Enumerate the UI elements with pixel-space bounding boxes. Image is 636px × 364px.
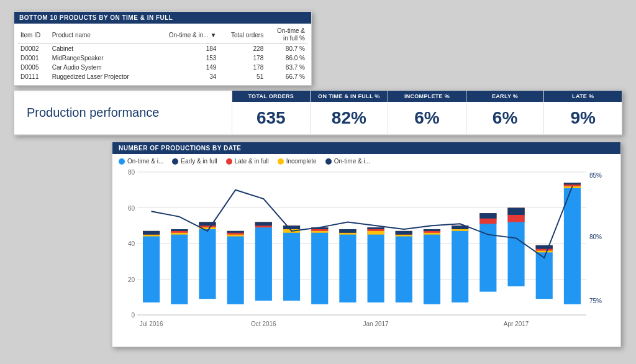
cell-total: 51 [219,72,266,81]
svg-rect-29 [255,222,272,301]
svg-text:Jan 2017: Jan 2017 [363,321,389,327]
svg-rect-13 [143,231,160,303]
cell-id: D0002 [18,44,50,54]
metric-block: LATE % 9% [543,91,622,134]
svg-rect-52 [396,231,412,235]
svg-rect-72 [536,245,553,249]
metric-block: INCOMPLETE % 6% [388,91,466,134]
cell-id: D0001 [18,53,50,63]
svg-rect-37 [311,227,328,304]
metric-value: 82% [311,102,388,134]
svg-rect-33 [283,225,300,301]
svg-text:80%: 80% [589,234,602,240]
svg-text:40: 40 [128,240,135,247]
chart-header: NUMBER OF PRODUCTIONS BY DATE [112,142,620,154]
metric-label: EARLY % [466,91,544,102]
top-table-header: BOTTOM 10 PRODUCTS BY ON TIME & IN FULL [14,12,311,24]
svg-rect-61 [479,213,496,292]
col-pct: On-time &in full % [266,26,307,44]
svg-rect-64 [479,213,496,219]
chart-svg: 02040608085%80%75%Jul 2016Oct 2016Jan 20… [117,166,614,340]
svg-rect-16 [143,231,160,235]
legend-label: Incomplete [286,158,317,165]
metric-label: TOTAL ORDERS [232,91,310,102]
table-row: D0002 Cabinet 184 228 80.7 % [18,44,307,54]
svg-rect-56 [424,229,440,231]
cell-pct: 66.7 % [266,72,307,81]
cell-name: Cabinet [50,44,153,54]
legend-dot [172,158,178,165]
cell-id: D0111 [18,72,50,81]
legend-item: On-time & i... [119,158,163,165]
col-product-name: Product name [50,26,153,44]
svg-rect-17 [171,229,188,304]
legend-item: Incomplete [278,158,317,165]
svg-text:20: 20 [128,276,135,283]
production-performance-card: Production performance TOTAL ORDERS 635 … [14,90,622,135]
cell-id: D0005 [18,63,50,72]
chart-area: 02040608085%80%75%Jul 2016Oct 2016Jan 20… [112,166,620,347]
metric-block: EARLY % 6% [466,91,544,134]
legend-item: On-time & i... [325,158,370,165]
legend-item: Early & in full [172,158,217,165]
metric-block: ON TIME & IN FULL % 82% [310,91,388,134]
legend-label: Early & in full [181,158,217,165]
svg-text:0: 0 [131,312,135,319]
cell-name: MidRangeSpeaker [50,53,153,63]
svg-rect-76 [564,183,581,184]
cell-total: 178 [219,63,266,72]
table-row: D0001 MidRangeSpeaker 153 178 86.0 % [18,53,307,63]
metric-value: 6% [388,102,466,134]
metric-label: LATE % [544,91,622,102]
metric-label: INCOMPLETE % [388,91,466,102]
svg-text:85%: 85% [589,172,602,179]
chart-legend: On-time & i... Early & in full Late & in… [112,154,620,166]
svg-text:60: 60 [128,205,135,212]
svg-text:Oct 2016: Oct 2016 [251,321,276,327]
svg-text:Jul 2016: Jul 2016 [140,321,163,327]
svg-rect-48 [368,227,384,229]
svg-rect-32 [255,222,272,226]
cell-ontimein: 153 [153,53,219,63]
legend-dot [226,158,232,165]
cell-pct: 86.0 % [266,53,307,63]
svg-rect-20 [171,229,188,231]
table-row: D0111 Ruggedized Laser Projector 34 51 6… [18,72,307,81]
legend-label: Late & in full [235,158,269,165]
metric-value: 635 [232,102,310,134]
svg-rect-41 [339,229,356,303]
legend-dot [325,158,332,165]
performance-title: Production performance [14,91,232,134]
legend-label: On-time & i... [334,158,370,165]
cell-pct: 80.7 % [266,44,307,54]
legend-label: On-time & i... [127,158,163,165]
svg-rect-68 [507,208,524,216]
metric-value: 6% [466,102,544,134]
table-row: D0005 Car Audio System 149 178 83.7 % [18,63,307,72]
cell-ontimein: 34 [153,72,219,81]
metric-block: TOTAL ORDERS 635 [232,91,310,134]
svg-rect-28 [227,231,244,233]
metric-value: 9% [544,102,622,134]
col-item-id: Item ID [18,26,50,44]
svg-rect-25 [227,231,244,304]
col-ontimein[interactable]: On-time & in... ▼ [153,26,219,44]
svg-rect-57 [452,225,468,303]
cell-total: 228 [219,44,266,54]
svg-rect-53 [424,229,440,304]
top-table-card: BOTTOM 10 PRODUCTS BY ON TIME & IN FULL … [14,11,312,86]
svg-rect-49 [396,231,412,303]
cell-ontimein: 184 [153,44,219,54]
svg-text:80: 80 [128,169,135,176]
cell-ontimein: 149 [153,63,219,72]
metrics-container: TOTAL ORDERS 635 ON TIME & IN FULL % 82%… [232,91,622,134]
cell-name: Car Audio System [50,63,153,72]
cell-pct: 83.7 % [266,63,307,72]
cell-total: 178 [219,53,266,63]
legend-item: Late & in full [226,158,269,165]
legend-dot [278,158,284,165]
metric-label: ON TIME & IN FULL % [311,91,388,102]
svg-rect-44 [339,229,356,233]
svg-rect-45 [368,227,384,303]
svg-text:Apr 2017: Apr 2017 [504,321,529,327]
